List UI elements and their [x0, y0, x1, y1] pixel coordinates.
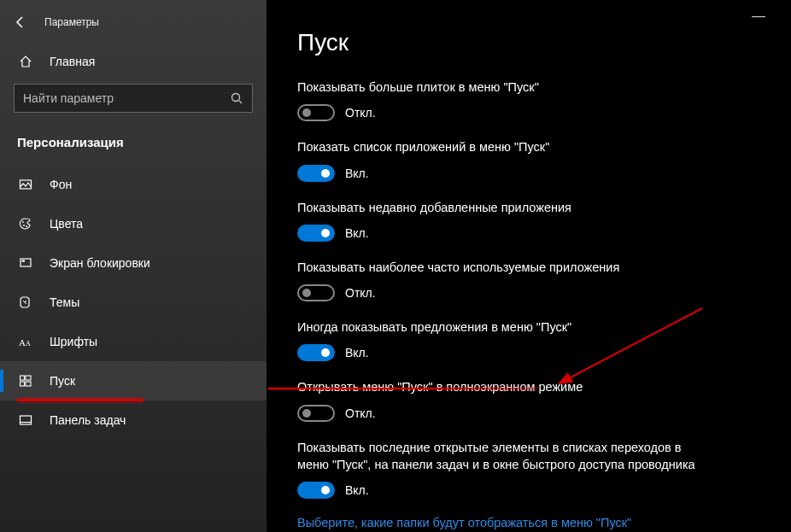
- svg-rect-5: [21, 259, 31, 266]
- sidebar-item-taskbar[interactable]: Панель задач: [0, 400, 267, 440]
- svg-rect-6: [22, 260, 26, 262]
- palette-icon: [17, 217, 34, 231]
- sidebar-item-label: Шрифты: [50, 335, 97, 348]
- sidebar: Параметры Главная Персонализация Фон: [0, 0, 267, 532]
- sidebar-category: Персонализация: [0, 126, 267, 165]
- setting-row: Показывать больше плиток в меню "Пуск"От…: [297, 79, 757, 121]
- setting-row: Показывать последние открытые элементы в…: [297, 439, 757, 500]
- toggle-state-label: Откл.: [345, 406, 376, 420]
- toggle-switch[interactable]: [297, 482, 335, 499]
- toggle-switch[interactable]: [297, 344, 335, 361]
- back-button[interactable]: [10, 12, 31, 32]
- search-input[interactable]: [23, 91, 230, 105]
- home-icon: [17, 55, 34, 68]
- page-title: Пуск: [297, 29, 757, 56]
- annotation-underline: [268, 388, 538, 389]
- svg-text:A: A: [19, 337, 26, 348]
- toggle-state-label: Вкл.: [345, 346, 369, 360]
- sidebar-item-themes[interactable]: Темы: [0, 283, 267, 322]
- setting-label: Показать список приложений в меню "Пуск": [297, 138, 707, 155]
- annotation-underline: [17, 399, 144, 401]
- setting-row: Показывать наиболее часто используемые п…: [297, 259, 757, 301]
- setting-row: Открывать меню "Пуск" в полноэкранном ре…: [297, 378, 757, 421]
- sidebar-item-start[interactable]: Пуск: [0, 361, 267, 400]
- svg-rect-13: [21, 416, 32, 424]
- picture-icon: [17, 178, 34, 191]
- setting-label: Показывать недавно добавленные приложени…: [297, 199, 707, 216]
- toggle-switch[interactable]: [297, 165, 335, 182]
- fonts-icon: AA: [17, 336, 34, 348]
- sidebar-home-label: Главная: [50, 55, 95, 68]
- sidebar-item-label: Пуск: [50, 374, 75, 388]
- toggle-state-label: Откл.: [345, 106, 376, 120]
- lockscreen-icon: [17, 256, 34, 270]
- svg-rect-10: [26, 376, 31, 380]
- sidebar-item-label: Панель задач: [50, 413, 126, 427]
- sidebar-item-lockscreen[interactable]: Экран блокировки: [0, 243, 267, 283]
- svg-rect-11: [21, 382, 25, 386]
- sidebar-home[interactable]: Главная: [0, 48, 267, 75]
- titlebar: Параметры: [0, 9, 267, 48]
- themes-icon: [17, 295, 34, 309]
- sidebar-item-background[interactable]: Фон: [0, 165, 267, 204]
- taskbar-icon: [17, 413, 34, 427]
- content-pane: — Пуск Показывать больше плиток в меню "…: [267, 0, 791, 532]
- setting-label: Показывать больше плиток в меню "Пуск": [297, 79, 707, 96]
- toggle-switch[interactable]: [297, 104, 335, 121]
- sidebar-item-label: Экран блокировки: [50, 256, 150, 270]
- svg-point-4: [26, 225, 27, 227]
- search-icon: [230, 91, 243, 105]
- search-box[interactable]: [14, 84, 253, 113]
- arrow-left-icon: [14, 15, 27, 29]
- sidebar-nav: Фон Цвета Экран блокировки Темы: [0, 165, 267, 440]
- toggle-switch[interactable]: [297, 225, 335, 242]
- setting-row: Показывать недавно добавленные приложени…: [297, 199, 757, 242]
- sidebar-item-fonts[interactable]: AA Шрифты: [0, 322, 267, 361]
- choose-folders-link[interactable]: Выберите, какие папки будут отображаться…: [297, 516, 757, 529]
- setting-row: Показать список приложений в меню "Пуск"…: [297, 138, 757, 181]
- minimize-button[interactable]: —: [752, 9, 765, 24]
- svg-point-3: [23, 225, 25, 226]
- sidebar-item-label: Фон: [50, 178, 72, 191]
- svg-point-2: [22, 221, 24, 223]
- svg-rect-12: [26, 382, 31, 386]
- toggle-state-label: Вкл.: [345, 167, 369, 180]
- svg-point-0: [232, 94, 240, 102]
- toggle-state-label: Вкл.: [345, 226, 369, 240]
- toggle-switch[interactable]: [297, 405, 335, 422]
- toggle-switch[interactable]: [297, 284, 335, 301]
- sidebar-item-colors[interactable]: Цвета: [0, 204, 267, 243]
- setting-label: Иногда показывать предложения в меню "Пу…: [297, 319, 707, 336]
- svg-text:A: A: [26, 340, 31, 348]
- setting-label: Показывать последние открытые элементы в…: [297, 439, 707, 474]
- setting-row: Иногда показывать предложения в меню "Пу…: [297, 319, 757, 361]
- sidebar-item-label: Цвета: [50, 217, 83, 231]
- setting-label: Показывать наиболее часто используемые п…: [297, 259, 707, 276]
- toggle-state-label: Вкл.: [345, 483, 369, 497]
- toggle-state-label: Откл.: [345, 286, 376, 300]
- sidebar-item-label: Темы: [50, 295, 79, 309]
- svg-rect-9: [21, 376, 25, 380]
- start-icon: [17, 374, 34, 388]
- window-title: Параметры: [44, 16, 99, 28]
